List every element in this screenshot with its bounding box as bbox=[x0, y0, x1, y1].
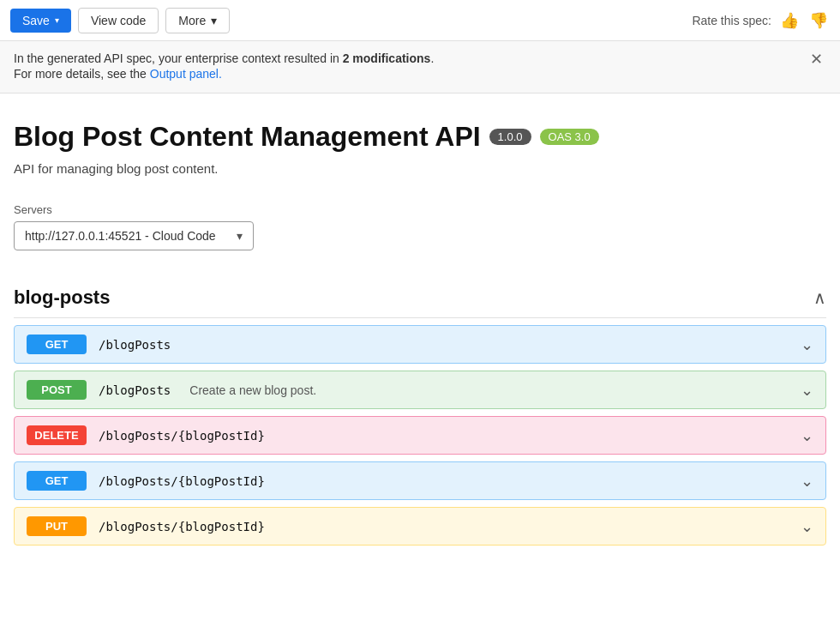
endpoint-path: /blogPosts/{blogPostId} bbox=[99, 520, 265, 534]
endpoint-path: /blogPosts/{blogPostId} bbox=[99, 474, 265, 488]
banner-highlight: 2 modifications bbox=[343, 51, 431, 65]
api-title: Blog Post Content Management API bbox=[14, 121, 481, 153]
method-badge-get: GET bbox=[27, 335, 87, 354]
banner-text-3: For more details, see the bbox=[14, 67, 150, 81]
servers-section: Servers http://127.0.0.1:45521 - Cloud C… bbox=[14, 203, 826, 250]
server-selected-value: http://127.0.0.1:45521 - Cloud Code bbox=[25, 229, 216, 243]
method-badge-delete: DELETE bbox=[27, 425, 87, 445]
endpoints-section: blog-posts ∧ GET /blogPosts ⌄ POST /blog… bbox=[14, 278, 826, 546]
method-badge-post: POST bbox=[27, 380, 87, 400]
banner-text-1: In the generated API spec, your enterpri… bbox=[14, 51, 343, 65]
chevron-down-icon: ▾ bbox=[55, 15, 59, 25]
notification-banner: In the generated API spec, your enterpri… bbox=[0, 41, 840, 93]
endpoint-row[interactable]: GET /blogPosts ⌄ bbox=[14, 325, 826, 364]
section-title: blog-posts bbox=[14, 286, 110, 309]
method-badge-get: GET bbox=[27, 471, 87, 491]
rate-section: Rate this spec: 👍 👎 bbox=[692, 9, 830, 32]
chevron-down-icon: ▾ bbox=[237, 229, 243, 243]
endpoint-row[interactable]: PUT /blogPosts/{blogPostId} ⌄ bbox=[14, 507, 826, 546]
endpoint-description: Create a new blog post. bbox=[189, 383, 316, 397]
api-description: API for managing blog post content. bbox=[14, 161, 826, 176]
api-title-row: Blog Post Content Management API 1.0.0 O… bbox=[14, 121, 826, 153]
endpoint-row[interactable]: POST /blogPosts Create a new blog post. … bbox=[14, 371, 826, 409]
expand-icon: ⌄ bbox=[801, 472, 813, 491]
toolbar: Save ▾ View code More ▾ Rate this spec: … bbox=[0, 0, 840, 41]
thumbs-down-button[interactable]: 👎 bbox=[807, 9, 830, 32]
thumbs-up-button[interactable]: 👍 bbox=[778, 9, 801, 32]
endpoint-left: DELETE /blogPosts/{blogPostId} bbox=[27, 425, 265, 445]
expand-icon: ⌄ bbox=[801, 335, 813, 354]
endpoint-left: GET /blogPosts bbox=[27, 335, 171, 354]
banner-text: In the generated API spec, your enterpri… bbox=[14, 51, 807, 82]
save-label: Save bbox=[22, 14, 50, 27]
endpoint-left: GET /blogPosts/{blogPostId} bbox=[27, 471, 265, 491]
save-button[interactable]: Save ▾ bbox=[10, 9, 71, 33]
endpoint-path: /blogPosts/{blogPostId} bbox=[99, 429, 265, 443]
close-banner-button[interactable]: ✕ bbox=[807, 51, 826, 67]
endpoint-path: /blogPosts bbox=[99, 383, 171, 397]
endpoint-left: POST /blogPosts Create a new blog post. bbox=[27, 380, 316, 400]
endpoint-row[interactable]: GET /blogPosts/{blogPostId} ⌄ bbox=[14, 461, 826, 500]
server-select[interactable]: http://127.0.0.1:45521 - Cloud Code ▾ bbox=[14, 221, 254, 250]
main-content: Blog Post Content Management API 1.0.0 O… bbox=[0, 93, 840, 566]
servers-label: Servers bbox=[14, 203, 826, 216]
endpoint-left: PUT /blogPosts/{blogPostId} bbox=[27, 516, 265, 536]
endpoint-path: /blogPosts bbox=[99, 338, 171, 352]
view-code-button[interactable]: View code bbox=[78, 8, 159, 33]
section-header: blog-posts ∧ bbox=[14, 278, 826, 318]
collapse-section-button[interactable]: ∧ bbox=[813, 287, 826, 308]
expand-icon: ⌄ bbox=[801, 517, 813, 536]
method-badge-put: PUT bbox=[27, 516, 87, 536]
endpoint-row[interactable]: DELETE /blogPosts/{blogPostId} ⌄ bbox=[14, 416, 826, 455]
oas-badge: OAS 3.0 bbox=[540, 129, 599, 145]
output-panel-link[interactable]: Output panel. bbox=[150, 67, 222, 81]
expand-icon: ⌄ bbox=[801, 426, 813, 445]
version-badge: 1.0.0 bbox=[489, 129, 531, 145]
expand-icon: ⌄ bbox=[801, 381, 813, 400]
more-button[interactable]: More ▾ bbox=[165, 8, 230, 33]
rate-label: Rate this spec: bbox=[692, 14, 771, 27]
chevron-down-icon: ▾ bbox=[211, 14, 217, 27]
